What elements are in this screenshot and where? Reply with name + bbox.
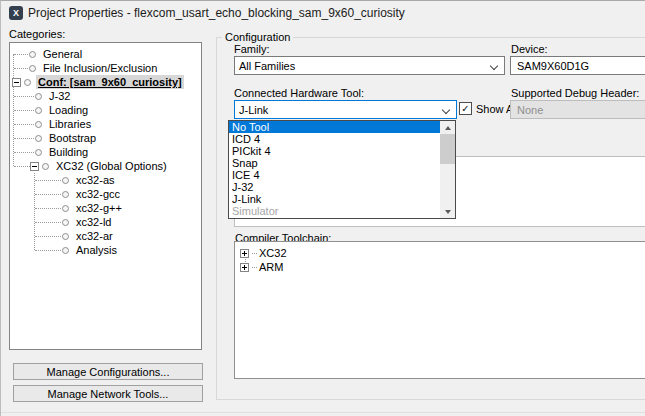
tree-row-label: Libraries <box>47 117 93 131</box>
tree-row[interactable]: Libraries <box>10 117 201 131</box>
dropdown-item[interactable]: ICE 4 <box>229 169 455 181</box>
debug-header-field: None <box>510 100 645 119</box>
collapse-icon[interactable] <box>30 162 39 171</box>
tree-row-label: xc32-gcc <box>74 187 122 201</box>
tree-row[interactable]: Loading <box>10 103 201 117</box>
family-select[interactable]: All Families <box>234 56 505 75</box>
categories-tree: GeneralFile Inclusion/ExclusionConf: [sa… <box>9 42 202 350</box>
category-icon <box>35 107 42 114</box>
window-titlebar: X Project Properties - flexcom_usart_ech… <box>1 1 645 25</box>
configuration-group-label: Configuration <box>222 31 293 43</box>
tree-row-label: Conf: [sam_9x60_curiosity] <box>36 75 184 89</box>
collapse-icon[interactable] <box>12 78 21 87</box>
dropdown-scrollbar[interactable] <box>440 121 455 218</box>
debug-header-value: None <box>517 104 543 116</box>
tree-row[interactable]: xc32-gcc <box>10 187 201 201</box>
expand-icon[interactable] <box>240 249 249 258</box>
tree-row-label: J-32 <box>47 89 72 103</box>
tree-row-label: xc32-ar <box>74 229 115 243</box>
chevron-down-icon <box>490 62 498 70</box>
tree-row[interactable]: Conf: [sam_9x60_curiosity] <box>10 75 201 89</box>
footer-divider <box>1 412 645 413</box>
tree-connector-stub <box>14 124 34 125</box>
tree-connector-stub <box>14 166 30 167</box>
tree-row-label: Building <box>47 145 90 159</box>
tree-row-label: General <box>41 47 84 61</box>
tree-connector-stub <box>14 68 28 69</box>
compiler-toolchain-tree: XC32ARM <box>234 241 645 379</box>
window-title: Project Properties - flexcom_usart_echo_… <box>28 6 405 20</box>
category-icon <box>62 233 69 240</box>
category-icon <box>29 65 36 72</box>
tree-row[interactable]: Analysis <box>10 243 201 257</box>
dropdown-item[interactable]: No Tool <box>229 121 455 133</box>
dropdown-item[interactable]: J-Link <box>229 193 455 205</box>
tree-row-label: File Inclusion/Exclusion <box>41 61 159 75</box>
tree-connector-stub <box>35 222 61 223</box>
scroll-up-icon <box>445 126 451 130</box>
hardware-tool-dropdown: No ToolICD 4PICkit 4SnapICE 4J-32J-LinkS… <box>228 120 456 219</box>
toolchain-row[interactable]: XC32 <box>235 246 645 260</box>
scroll-up-button[interactable] <box>440 121 455 134</box>
category-icon <box>62 205 69 212</box>
scroll-down-icon <box>445 210 451 214</box>
device-field[interactable]: SAM9X60D1G <box>510 56 645 75</box>
tree-row-label: xc32-ld <box>74 215 113 229</box>
hardware-tool-selected-value: J-Link <box>239 104 268 116</box>
scroll-thumb[interactable] <box>440 134 455 164</box>
category-icon <box>62 247 69 254</box>
hardware-tool-select[interactable]: J-Link <box>234 100 457 119</box>
tree-row-label: Analysis <box>74 243 119 257</box>
show-all-checkbox[interactable]: ✓ <box>459 102 472 115</box>
category-icon <box>62 191 69 198</box>
hardware-tool-label: Connected Hardware Tool: <box>234 87 364 99</box>
tree-connector-stub <box>35 194 61 195</box>
tree-row-label: Loading <box>47 103 90 117</box>
toolchain-row-label: ARM <box>259 261 283 273</box>
toolchain-row-label: XC32 <box>259 247 287 259</box>
tree-row[interactable]: General <box>10 47 201 61</box>
scroll-down-button[interactable] <box>440 205 455 218</box>
device-label: Device: <box>511 43 548 55</box>
category-icon <box>35 121 42 128</box>
tree-row-label: XC32 (Global Options) <box>54 159 169 173</box>
category-icon <box>35 149 42 156</box>
dropdown-item[interactable]: ICD 4 <box>229 133 455 145</box>
tree-connector-stub <box>14 96 34 97</box>
toolchain-row[interactable]: ARM <box>235 260 645 274</box>
tree-row[interactable]: xc32-ar <box>10 229 201 243</box>
tree-row[interactable]: Bootstrap <box>10 131 201 145</box>
manage-configurations-button[interactable]: Manage Configurations... <box>13 363 203 380</box>
tree-connector-stub <box>14 152 34 153</box>
tree-connector-stub <box>14 138 34 139</box>
tree-row[interactable]: J-32 <box>10 89 201 103</box>
family-label: Family: <box>234 43 269 55</box>
tree-row[interactable]: xc32-as <box>10 173 201 187</box>
expand-icon[interactable] <box>240 263 249 272</box>
tree-connector-stub <box>35 250 61 251</box>
dropdown-item[interactable]: PICkit 4 <box>229 145 455 157</box>
tree-row-label: xc32-as <box>74 173 117 187</box>
tree-connector-stub <box>35 208 61 209</box>
tree-row[interactable]: xc32-ld <box>10 215 201 229</box>
tree-row[interactable]: Building <box>10 145 201 159</box>
category-icon <box>29 51 36 58</box>
device-value: SAM9X60D1G <box>517 60 589 72</box>
mplab-x-app-icon: X <box>9 6 23 20</box>
dropdown-item[interactable]: J-32 <box>229 181 455 193</box>
dropdown-item: Simulator <box>229 205 455 217</box>
manage-network-tools-button[interactable]: Manage Network Tools... <box>13 385 203 402</box>
category-icon <box>42 163 49 170</box>
tree-row[interactable]: xc32-g++ <box>10 201 201 215</box>
project-properties-dialog: X Project Properties - flexcom_usart_ech… <box>0 0 645 416</box>
tree-connector-stub <box>14 110 34 111</box>
tree-row[interactable]: File Inclusion/Exclusion <box>10 61 201 75</box>
category-icon <box>62 219 69 226</box>
tree-connector-stub <box>35 236 61 237</box>
category-icon <box>35 93 42 100</box>
dropdown-item[interactable]: Snap <box>229 157 455 169</box>
tree-row[interactable]: XC32 (Global Options) <box>10 159 201 173</box>
tree-connector-line <box>13 54 14 166</box>
tree-row-label: Bootstrap <box>47 131 98 145</box>
tree-connector-line <box>34 173 35 250</box>
